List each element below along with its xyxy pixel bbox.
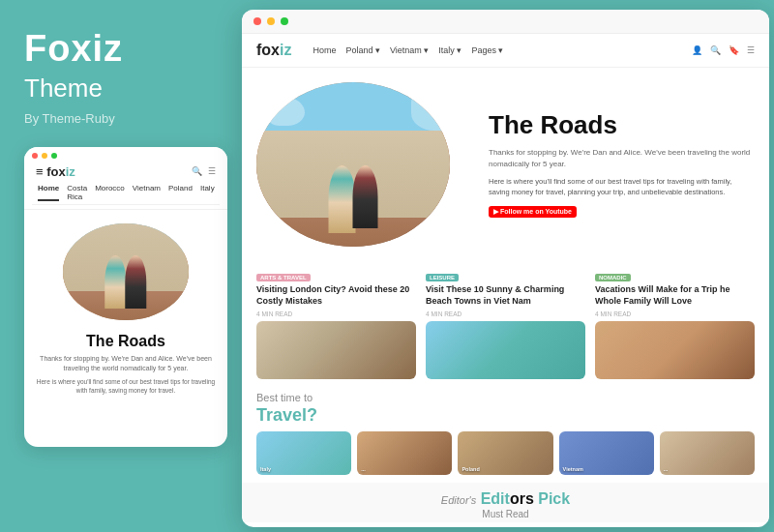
mobile-top-bar: ≡ foxiz 🔍 ☰ Home Costa Rica Morocco Viet… <box>24 147 227 210</box>
mobile-nav-vietnam[interactable]: Vietnam <box>133 184 161 201</box>
mobile-icon-group: 🔍 ☰ <box>192 166 216 176</box>
search-icon[interactable]: 🔍 <box>192 166 202 176</box>
desktop-nav: foxiz Home Poland ▾ Vietnam ▾ Italy ▾ Pa… <box>242 34 769 68</box>
card-title-1: Visiting London City? Avoid these 20 Cos… <box>256 284 416 307</box>
editors-pick-text: Pick <box>538 490 570 507</box>
travel-title-text: Travel <box>256 405 307 425</box>
brand-by: By Theme-Ruby <box>24 111 227 126</box>
mobile-hero-desc2: Here is where you'll find some of our be… <box>24 375 227 397</box>
card-meta-3: 4 MIN READ <box>595 310 755 317</box>
menu-icon[interactable]: ☰ <box>208 166 216 176</box>
hero-youtube-link: ▶ Follow me on Youtube <box>489 206 755 218</box>
person-1-figure <box>104 255 126 309</box>
youtube-label: Follow me on Youtube <box>500 208 572 215</box>
card-image-2 <box>426 321 585 379</box>
mobile-nav-italy[interactable]: Italy <box>200 184 215 201</box>
card-badge-3: NOMADIC <box>595 274 631 281</box>
travel-section: Best time to Travel? Italy ... Poland Vi… <box>242 384 769 483</box>
card-meta-1: 4 MIN READ <box>256 310 416 317</box>
desktop-logo-iz: iz <box>280 42 291 58</box>
mobile-hero-image <box>63 223 189 320</box>
hero-section: The Roads Thanks for stopping by. We're … <box>242 68 769 261</box>
blog-cards-container: ARTS & TRAVEL Visiting London City? Avoi… <box>256 266 755 379</box>
youtube-icon: ▶ <box>493 208 498 216</box>
editors-pick-accent: Edit <box>481 490 510 507</box>
mobile-logo-accent: iz <box>66 164 75 179</box>
travel-thumb-3[interactable]: Poland <box>458 431 552 475</box>
desktop-dot-red[interactable] <box>253 17 261 25</box>
youtube-button[interactable]: ▶ Follow me on Youtube <box>489 206 577 218</box>
nav-user-icon[interactable]: 👤 <box>692 45 702 55</box>
hero-title: The Roads <box>489 111 755 139</box>
hero-blob-small <box>266 97 305 126</box>
blog-card-2[interactable]: LEISURE Visit These 10 Sunny & Charming … <box>426 266 585 379</box>
thumb-label-2: ... <box>361 466 366 472</box>
travel-title: Travel? <box>256 405 755 426</box>
dot-red <box>32 153 38 159</box>
hero-blob-large <box>411 73 489 131</box>
mobile-logo: ≡ foxiz <box>36 164 75 179</box>
mobile-nav-costarica[interactable]: Costa Rica <box>67 184 87 201</box>
desktop-dot-green[interactable] <box>281 17 288 25</box>
travel-thumb-1[interactable]: Italy <box>256 431 351 475</box>
travel-thumb-2[interactable]: ... <box>357 431 452 475</box>
mobile-hero-title: The Roads <box>24 328 227 352</box>
nav-vietnam[interactable]: Vietnam ▾ <box>390 45 429 55</box>
brand-theme: Theme <box>24 74 227 103</box>
nav-items: Home Poland ▾ Vietnam ▾ Italy ▾ Pages ▾ <box>313 45 682 55</box>
editors-title: Editors Pick <box>481 490 570 507</box>
nav-menu-icon[interactable]: ☰ <box>747 45 755 55</box>
hero-desc: Thanks for stopping by. We're Dan and Al… <box>489 147 755 170</box>
nav-home[interactable]: Home <box>313 45 336 55</box>
nav-search-icon[interactable]: 🔍 <box>710 45 721 55</box>
nav-bookmark-icon[interactable]: 🔖 <box>729 45 739 55</box>
mobile-logo-text: ≡ fox <box>36 164 66 179</box>
card-badge-2: LEISURE <box>426 274 459 281</box>
desktop-logo: foxiz <box>256 42 291 59</box>
mobile-preview: ≡ foxiz 🔍 ☰ Home Costa Rica Morocco Viet… <box>24 147 227 447</box>
travel-thumbs: Italy ... Poland Vietnam ... <box>256 431 755 475</box>
travel-thumb-5[interactable]: ... <box>660 431 755 475</box>
hero-text: The Roads Thanks for stopping by. We're … <box>484 111 755 217</box>
mobile-nav-poland[interactable]: Poland <box>168 184 193 201</box>
card-meta-2: 4 MIN READ <box>426 310 585 317</box>
card-image-3 <box>595 321 755 379</box>
blog-card-3[interactable]: NOMADIC Vacations Will Make for a Trip h… <box>595 266 755 379</box>
travel-title-accent: ? <box>307 405 317 425</box>
card-title-3: Vacations Will Make for a Trip he Whole … <box>595 284 755 307</box>
thumb-label-5: ... <box>664 466 669 472</box>
mobile-hero-desc: Thanks for stopping by. We're Dan and Al… <box>24 352 227 375</box>
dot-green <box>51 153 57 159</box>
blog-section: ARTS & TRAVEL Visiting London City? Avoi… <box>242 261 769 384</box>
editors-label: Editor's <box>441 494 476 506</box>
mobile-window-dots <box>32 153 220 159</box>
hero-couple <box>329 165 378 233</box>
mobile-nav-morocco[interactable]: Morocco <box>95 184 125 201</box>
nav-pages[interactable]: Pages ▾ <box>471 45 503 55</box>
desktop-content: foxiz Home Poland ▾ Vietnam ▾ Italy ▾ Pa… <box>242 34 769 522</box>
nav-italy[interactable]: Italy ▾ <box>438 45 461 55</box>
card-title-2: Visit These 10 Sunny & Charming Beach To… <box>426 284 585 307</box>
mobile-nav: Home Costa Rica Morocco Vietnam Poland I… <box>32 181 220 205</box>
desktop-preview: foxiz Home Poland ▾ Vietnam ▾ Italy ▾ Pa… <box>242 10 769 527</box>
editors-section: Editor's Editors Pick Must Read <box>242 483 769 522</box>
nav-right-icons: 👤 🔍 🔖 ☰ <box>692 45 755 55</box>
blog-card-1[interactable]: ARTS & TRAVEL Visiting London City? Avoi… <box>256 266 416 379</box>
thumb-label-1: Italy <box>260 466 271 472</box>
editors-header: Editor's Editors Pick Must Read <box>256 490 755 519</box>
hero-person-2 <box>353 165 378 228</box>
dot-yellow <box>42 153 47 159</box>
thumb-label-4: Vietnam <box>563 466 583 472</box>
travel-thumb-4[interactable]: Vietnam <box>559 431 654 475</box>
desktop-top-bar <box>242 10 769 34</box>
desktop-dot-yellow[interactable] <box>267 17 275 25</box>
nav-poland[interactable]: Poland ▾ <box>345 45 380 55</box>
mobile-logo-bar: ≡ foxiz 🔍 ☰ <box>32 163 220 181</box>
mobile-nav-home[interactable]: Home <box>38 184 59 201</box>
thumb-label-3: Poland <box>461 466 479 472</box>
brand-name: Foxiz <box>24 29 227 70</box>
desktop-logo-fox: fox <box>256 42 280 58</box>
travel-header: Best time to <box>256 392 755 403</box>
hero-image-container <box>256 82 469 247</box>
couple-figure <box>104 255 146 312</box>
